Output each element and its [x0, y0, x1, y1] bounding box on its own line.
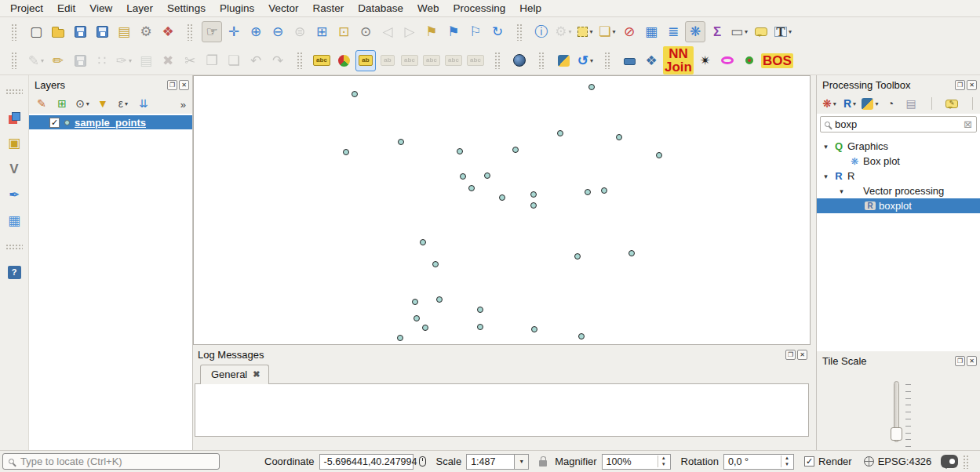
identify-features-icon[interactable]: ⓘ [531, 21, 552, 42]
locate-search-input[interactable]: Type to locate (Ctrl+K) [2, 453, 220, 470]
data-source-manager-icon[interactable] [4, 107, 24, 128]
lock-scale-icon[interactable] [539, 460, 547, 467]
layer-diagram-icon[interactable] [333, 50, 354, 71]
filter-by-expression-icon[interactable]: ε ▾ [114, 95, 133, 112]
text-annotation-icon[interactable]: T ▾ [773, 21, 793, 42]
undo-icon[interactable]: ↶ [246, 50, 266, 71]
paste-features-icon[interactable]: ❏ [224, 50, 244, 71]
r-provider-icon[interactable]: R ▾ [840, 95, 859, 112]
show-bookmarks-icon[interactable]: ⚐ [465, 21, 486, 42]
toolbox-tree-item[interactable]: ❋ Box plot [817, 154, 980, 169]
new-spatialite-layer-icon[interactable]: ✒ [4, 184, 24, 205]
rotate-label-icon[interactable]: abc [443, 50, 464, 71]
select-features-icon[interactable]: ▾ [575, 21, 596, 42]
toolbox-tree-item[interactable]: ▾ Vector processing [817, 183, 980, 198]
add-group-icon[interactable]: ⊞ [53, 95, 71, 112]
profile-tool-plugin-icon[interactable] [619, 50, 639, 71]
results-viewer-icon[interactable]: ▤ [902, 95, 920, 112]
spinner-arrows-icon[interactable]: ▲▼ [781, 456, 789, 467]
zoom-next-icon[interactable]: ▷ [399, 21, 420, 42]
scale-dropdown-icon[interactable]: ▾ [515, 454, 529, 470]
delete-selected-icon[interactable]: ✖ [158, 50, 178, 71]
menu-item[interactable]: View [82, 0, 119, 17]
layer-labeling-icon[interactable]: abc [311, 50, 332, 71]
menu-item[interactable]: Help [512, 0, 548, 17]
help-icon[interactable]: ? [4, 262, 24, 283]
menu-item[interactable]: Settings [160, 0, 213, 17]
measure-icon[interactable]: ▭ ▾ [729, 21, 749, 42]
panel-close-icon[interactable]: ✕ [179, 80, 189, 90]
open-layer-styling-icon[interactable]: ✎ [32, 95, 51, 112]
processing-toolbox-icon[interactable]: ❋ [685, 21, 705, 42]
python-scripts-icon[interactable]: ▾ [861, 95, 880, 112]
menu-item[interactable]: Raster [305, 0, 351, 17]
layer-name[interactable]: sample_points [75, 117, 146, 129]
models-icon[interactable]: ❋ ▾ [820, 95, 839, 112]
scale-input[interactable]: 1:487 [466, 454, 515, 470]
move-label-icon[interactable]: abc [421, 50, 442, 71]
toolbar-grip[interactable] [597, 50, 618, 71]
magnifier-spinner[interactable]: 100% ▲▼ [602, 454, 671, 470]
resize-grip[interactable] [963, 455, 969, 469]
save-project-as-icon[interactable] [92, 21, 112, 42]
history-icon[interactable]: ◔ [881, 95, 900, 112]
select-by-form-icon[interactable]: ❏ ▾ [597, 21, 618, 42]
menu-item[interactable]: Vector [261, 0, 305, 17]
tile-scale-slider-handle[interactable] [891, 427, 902, 441]
spinner-arrows-icon[interactable]: ▲▼ [658, 456, 666, 467]
concave-hull-plugin-icon[interactable] [739, 50, 760, 71]
panel-float-icon[interactable]: ❐ [785, 350, 796, 360]
zoom-native-icon[interactable]: ⊜ [290, 21, 310, 42]
panel-close-icon[interactable]: ✕ [967, 80, 977, 90]
expand-arrow-icon[interactable]: ▾ [822, 143, 830, 151]
toggle-editing-icon[interactable]: ✏ [48, 50, 68, 71]
statistical-summary-icon[interactable]: Σ [707, 21, 727, 42]
menu-item[interactable]: Database [351, 0, 410, 17]
coordinate-input[interactable]: -5.696441,40.247994 [319, 454, 413, 470]
bookmark-manager-icon[interactable]: ⚑ [443, 21, 464, 42]
messages-icon[interactable] [941, 455, 958, 468]
open-project-icon[interactable] [48, 21, 68, 42]
coordinate-tracking-icon[interactable] [419, 456, 426, 467]
nn-join-plugin-icon[interactable]: NN Join [663, 50, 694, 71]
add-point-feature-icon[interactable]: ∷ [92, 50, 112, 71]
toolbar-separator[interactable] [963, 95, 980, 112]
vector-network-plugin-icon[interactable]: ❖ [641, 50, 661, 71]
toolbox-tree-item[interactable]: R boxplot [817, 198, 980, 213]
pin-labels-icon[interactable]: ab [355, 50, 376, 71]
toolbar-grip[interactable] [531, 50, 552, 71]
processing-history-icon[interactable]: ↺ ▾ [575, 50, 596, 71]
zoom-to-layer-icon[interactable]: ⊙ [355, 21, 376, 42]
field-calculator-icon[interactable]: ≣ [663, 21, 683, 42]
render-checkbox[interactable]: ✓ [804, 456, 814, 467]
toolbar-grip[interactable] [4, 50, 24, 71]
toolbox-tree-item[interactable]: ▾ Q Graphics [817, 139, 980, 154]
pan-map-icon[interactable]: ☞ [202, 21, 222, 42]
vertex-tool-icon[interactable]: ✑ ▾ [114, 50, 134, 71]
filter-legend-icon[interactable]: ▼ [93, 95, 112, 112]
zoom-in-icon[interactable]: ⊕ [246, 21, 266, 42]
menu-item[interactable]: Edit [50, 0, 82, 17]
new-project-icon[interactable]: ▢ [26, 21, 46, 42]
layer-row-sample-points[interactable]: ✓ sample_points [29, 115, 192, 129]
bos-plugin-icon[interactable]: BOS [761, 50, 793, 71]
layer-visibility-checkbox[interactable]: ✓ [49, 118, 60, 128]
metasearch-icon[interactable] [509, 50, 530, 71]
panel-float-icon[interactable]: ❐ [955, 356, 965, 366]
expand-arrow-icon[interactable]: ▾ [837, 187, 846, 195]
ellipse-plugin-icon[interactable] [717, 50, 738, 71]
panel-close-icon[interactable]: ✕ [797, 350, 807, 360]
new-spatial-bookmark-icon[interactable]: ⚑ [421, 21, 442, 42]
zoom-to-selection-icon[interactable]: ⊡ [333, 21, 354, 42]
toolbar-grip[interactable] [290, 50, 310, 71]
panel-float-icon[interactable]: ❐ [955, 80, 965, 90]
toolbar-grip[interactable] [509, 21, 530, 42]
cut-features-icon[interactable]: ✂ [180, 50, 200, 71]
menu-item[interactable]: Project [3, 0, 50, 17]
expand-collapse-icon[interactable]: ⇊ [134, 95, 153, 112]
highlight-pinned-labels-icon[interactable]: ab [377, 50, 398, 71]
show-layout-manager-icon[interactable]: ⚙ [136, 21, 156, 42]
menu-item[interactable]: Layer [119, 0, 160, 17]
save-layer-edits-icon[interactable] [70, 50, 90, 71]
edit-features-in-place-icon[interactable]: ✎ [942, 95, 961, 112]
